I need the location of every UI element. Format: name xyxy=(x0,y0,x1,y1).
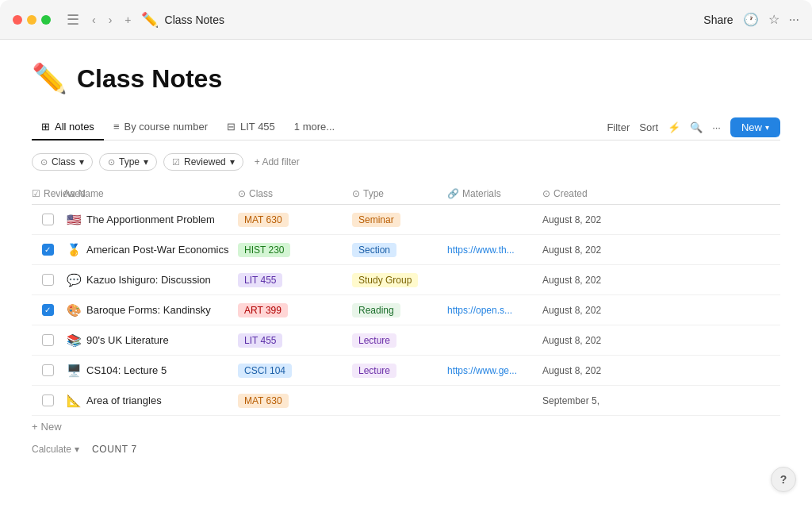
hamburger-icon[interactable]: ☰ xyxy=(67,11,79,29)
table-row[interactable]: 📚 90's UK Literature LIT 455 Lecture Aug… xyxy=(32,325,780,356)
tab-by-course[interactable]: ≡ By course number xyxy=(104,114,217,140)
name-cell[interactable]: 🖥️ CS104: Lecture 5 xyxy=(63,357,238,384)
name-cell[interactable]: 💬 Kazuo Ishiguro: Discussion xyxy=(63,267,238,294)
maximize-button[interactable] xyxy=(41,15,51,25)
checkbox[interactable] xyxy=(42,334,54,346)
close-button[interactable] xyxy=(13,15,22,25)
checkbox-cell[interactable] xyxy=(32,304,63,316)
checkbox-cell[interactable] xyxy=(32,274,63,286)
add-new-row-button[interactable]: + New xyxy=(32,416,780,437)
class-filter[interactable]: ⊙ Class ▾ xyxy=(32,153,93,171)
back-button[interactable]: ‹ xyxy=(89,12,99,28)
tab-more-label: 1 more... xyxy=(294,121,335,133)
row-emoji: 📚 xyxy=(67,333,82,348)
class-badge[interactable]: HIST 230 xyxy=(238,243,290,257)
table-header: ☑ Reviewed Aa Name ⊙ Class ⊙ Type 🔗 Mate… xyxy=(32,183,780,205)
created-cell: August 8, 202 xyxy=(542,244,669,256)
row-emoji: 💬 xyxy=(67,273,82,287)
table-row[interactable]: 🇺🇸 The Apportionment Problem MAT 630 Sem… xyxy=(32,205,780,235)
class-badge[interactable]: MAT 630 xyxy=(238,213,289,227)
name-cell[interactable]: 🇺🇸 The Apportionment Problem xyxy=(63,206,238,233)
new-chevron-icon: ▾ xyxy=(765,123,769,132)
checkbox-cell[interactable] xyxy=(32,394,63,406)
materials-cell[interactable]: https://www.ge... xyxy=(447,365,542,376)
type-badge: Reading xyxy=(352,303,400,318)
th-class[interactable]: ⊙ Class xyxy=(238,188,352,199)
type-cell: Seminar xyxy=(352,213,447,227)
checkbox[interactable] xyxy=(42,394,54,406)
created-cell: August 8, 202 xyxy=(542,305,669,316)
checkbox-cell[interactable] xyxy=(32,364,63,376)
checkbox[interactable] xyxy=(42,214,54,225)
reviewed-filter[interactable]: ☑ Reviewed ▾ xyxy=(163,153,243,171)
tab-all-notes[interactable]: ⊞ All notes xyxy=(32,114,104,140)
tab-lit455[interactable]: ⊟ LIT 455 xyxy=(217,114,285,140)
class-badge[interactable]: LIT 455 xyxy=(238,333,282,348)
share-button[interactable]: Share xyxy=(703,13,733,26)
type-header-icon: ⊙ xyxy=(352,188,360,199)
materials-cell[interactable]: https://www.th... xyxy=(447,244,542,256)
lightning-button[interactable]: ⚡ xyxy=(668,121,680,133)
titlebar: ☰ ‹ › + ✏️ Class Notes Share 🕐 ☆ ··· xyxy=(0,0,812,40)
reviewed-filter-label: Reviewed xyxy=(184,156,226,167)
checkbox-cell[interactable] xyxy=(32,214,63,225)
table-body: 🇺🇸 The Apportionment Problem MAT 630 Sem… xyxy=(32,205,780,416)
th-name[interactable]: Aa Name xyxy=(63,188,238,199)
tab-more[interactable]: 1 more... xyxy=(285,114,344,140)
row-name: American Post-War Economics xyxy=(86,244,228,256)
class-badge[interactable]: CSCI 104 xyxy=(238,364,292,378)
type-badge: Study Group xyxy=(352,273,418,287)
table-row[interactable]: 💬 Kazuo Ishiguro: Discussion LIT 455 Stu… xyxy=(32,265,780,295)
checkbox[interactable] xyxy=(42,304,54,316)
new-button[interactable]: New ▾ xyxy=(730,117,780,137)
add-filter-button[interactable]: + Add filter xyxy=(250,154,304,170)
options-button[interactable]: ··· xyxy=(712,121,721,133)
table-row[interactable]: 📐 Area of triangles MAT 630 September 5, xyxy=(32,386,780,416)
checkbox[interactable] xyxy=(42,274,54,286)
th-created[interactable]: ⊙ Created xyxy=(542,188,669,199)
class-badge[interactable]: MAT 630 xyxy=(238,394,289,408)
star-icon[interactable]: ☆ xyxy=(768,12,779,27)
class-cell: LIT 455 xyxy=(238,273,352,287)
filter-button[interactable]: Filter xyxy=(607,121,630,133)
checkbox-cell[interactable] xyxy=(32,334,63,346)
th-type[interactable]: ⊙ Type xyxy=(352,188,447,199)
type-filter[interactable]: ⊙ Type ▾ xyxy=(99,153,157,171)
sort-button[interactable]: Sort xyxy=(639,121,658,133)
class-badge[interactable]: LIT 455 xyxy=(238,273,282,287)
minimize-button[interactable] xyxy=(27,15,36,25)
row-name: The Apportionment Problem xyxy=(86,214,215,225)
type-filter-label: Type xyxy=(119,156,140,167)
history-icon[interactable]: 🕐 xyxy=(743,12,759,27)
name-cell[interactable]: 🥇 American Post-War Economics xyxy=(63,237,238,264)
tabs-actions: Filter Sort ⚡ 🔍 ··· New ▾ xyxy=(607,117,780,137)
search-button[interactable]: 🔍 xyxy=(690,121,703,133)
page-header: ✏️ Class Notes xyxy=(32,62,780,95)
table-row[interactable]: 🖥️ CS104: Lecture 5 CSCI 104 Lecture htt… xyxy=(32,356,780,386)
calculate-button[interactable]: Calculate ▾ xyxy=(32,444,79,455)
name-cell[interactable]: 📐 Area of triangles xyxy=(63,387,238,414)
grid-icon: ⊟ xyxy=(227,121,236,133)
count-label: COUNT xyxy=(92,444,128,455)
help-button[interactable]: ? xyxy=(771,467,796,492)
forward-button[interactable]: › xyxy=(105,12,116,28)
add-page-button[interactable]: + xyxy=(121,12,134,28)
checkbox-cell[interactable] xyxy=(32,244,63,256)
th-materials[interactable]: 🔗 Materials xyxy=(447,188,542,199)
more-icon[interactable]: ··· xyxy=(789,13,799,27)
tab-all-notes-label: All notes xyxy=(55,121,94,133)
row-emoji: 🎨 xyxy=(67,303,82,318)
name-cell[interactable]: 🎨 Baroque Forms: Kandinsky xyxy=(63,297,238,324)
th-reviewed[interactable]: ☑ Reviewed xyxy=(32,188,63,199)
class-badge[interactable]: ART 399 xyxy=(238,303,288,318)
table-row[interactable]: 🥇 American Post-War Economics HIST 230 S… xyxy=(32,235,780,265)
checkbox[interactable] xyxy=(42,244,54,256)
checkbox[interactable] xyxy=(42,364,54,376)
name-cell[interactable]: 📚 90's UK Literature xyxy=(63,327,238,354)
table-row[interactable]: 🎨 Baroque Forms: Kandinsky ART 399 Readi… xyxy=(32,295,780,325)
titlebar-title: Class Notes xyxy=(165,13,698,26)
materials-cell[interactable]: https://open.s... xyxy=(447,305,542,316)
reviewed-filter-chevron: ▾ xyxy=(230,156,235,167)
type-filter-chevron: ▾ xyxy=(144,156,148,167)
row-emoji: 🖥️ xyxy=(67,364,82,378)
